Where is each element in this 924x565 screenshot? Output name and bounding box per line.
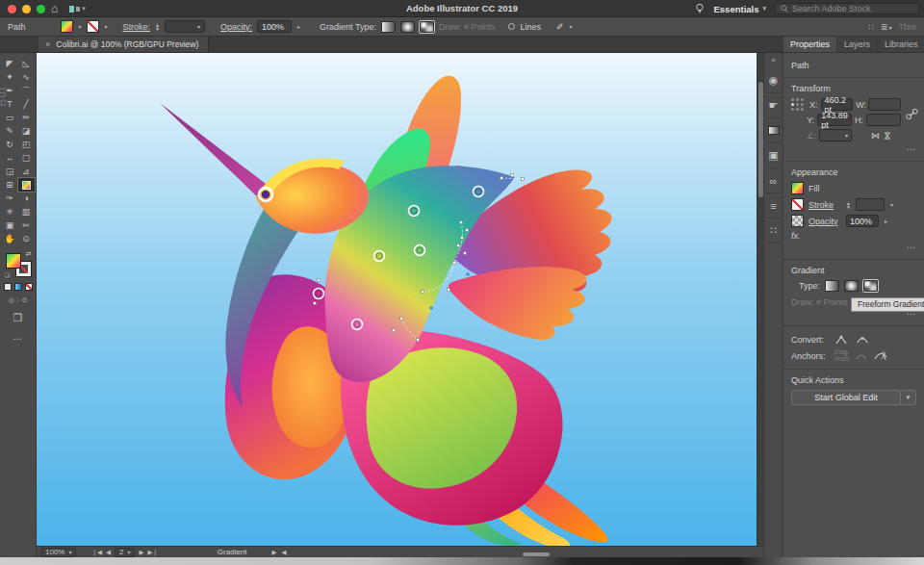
- appearance-more-options-icon[interactable]: ⋯: [791, 243, 916, 252]
- tool-pen[interactable]: ✒: [2, 84, 18, 97]
- draw-normal-icon[interactable]: ◎: [8, 296, 13, 304]
- start-global-edit-button[interactable]: Start Global Edit: [791, 390, 901, 405]
- first-artboard-button[interactable]: ❘◀: [91, 549, 101, 556]
- zoom-level-select[interactable]: 100%▾: [40, 548, 76, 557]
- tool-paintbrush[interactable]: ✏: [18, 111, 35, 124]
- draw-behind-icon[interactable]: ◌: [16, 296, 20, 304]
- chevron-down-icon[interactable]: ▾: [890, 201, 893, 208]
- stroke-weight-field[interactable]: ▾: [165, 20, 205, 33]
- tool-eraser[interactable]: ◪: [18, 124, 35, 138]
- x-field[interactable]: 460.2 pt: [821, 98, 854, 111]
- tool-shape-builder[interactable]: ◲: [2, 165, 18, 178]
- stroke-swatch[interactable]: [87, 20, 99, 33]
- tool-column-graph[interactable]: ▥: [18, 205, 35, 218]
- close-window-button[interactable]: [8, 5, 16, 13]
- default-fill-stroke-icon[interactable]: ❏: [5, 271, 10, 278]
- vertical-scrollbar-thumb[interactable]: [758, 82, 763, 197]
- chevron-right-icon[interactable]: ▸: [885, 218, 887, 224]
- transform-more-options-icon[interactable]: ⋯: [791, 144, 916, 154]
- tool-gradient[interactable]: [18, 178, 35, 192]
- tool-artboard[interactable]: ▣: [2, 218, 18, 232]
- next-artboard-button[interactable]: ▶: [139, 549, 143, 556]
- transform-panel-panel-icon[interactable]: ∷: [763, 218, 783, 244]
- app-switcher-icon[interactable]: ▾: [69, 5, 86, 13]
- draw-inside-icon[interactable]: ⊙: [22, 296, 28, 304]
- stroke-weight-stepper[interactable]: ▲▼: [846, 201, 851, 209]
- stroke-link[interactable]: Stroke: [808, 200, 841, 210]
- canvas[interactable]: [37, 53, 757, 546]
- tool-eyedropper[interactable]: ✑: [2, 192, 18, 205]
- tool-scale[interactable]: ◰: [18, 138, 35, 151]
- lightbulb-icon[interactable]: [695, 3, 705, 14]
- tool-width[interactable]: ↔: [2, 151, 18, 165]
- artboards-panel-icon[interactable]: ▣: [763, 143, 783, 168]
- swap-fill-stroke-icon[interactable]: ⇄: [26, 250, 32, 258]
- tool-free-transform[interactable]: ▢: [18, 151, 35, 165]
- search-input[interactable]: Search Adobe Stock: [775, 3, 919, 14]
- linear-gradient-button[interactable]: [381, 21, 396, 33]
- chevron-down-icon[interactable]: ▾: [570, 23, 573, 30]
- edit-toolbar-icon[interactable]: ⋯: [13, 334, 23, 344]
- stroke-weight-label[interactable]: Stroke:: [123, 22, 151, 32]
- stroke-stepper[interactable]: ▲▼: [155, 23, 160, 31]
- tool-mesh[interactable]: ⊞: [2, 178, 18, 192]
- tool-curvature[interactable]: ⌒: [18, 84, 35, 97]
- tool-magic-wand[interactable]: ✦: [2, 70, 18, 84]
- color-panel-icon[interactable]: ◉: [763, 68, 783, 93]
- links-panel-icon[interactable]: ∞: [763, 168, 783, 193]
- gradient-annotator-icon[interactable]: ✐: [556, 22, 564, 32]
- color-mode-button[interactable]: [4, 283, 12, 291]
- lines-radio[interactable]: [508, 23, 515, 30]
- convert-to-smooth-icon[interactable]: [856, 334, 869, 346]
- reference-point-locator[interactable]: [791, 98, 804, 111]
- tab-properties[interactable]: Properties: [783, 37, 837, 52]
- document-tab[interactable]: × Colibri.ai @ 100% (RGB/GPU Preview): [38, 37, 209, 52]
- h-field[interactable]: [866, 114, 901, 126]
- tool-rectangle[interactable]: ▭: [2, 111, 18, 124]
- tool-perspective-grid[interactable]: ⊿: [18, 165, 35, 178]
- rotate-angle-field[interactable]: ▾: [819, 129, 852, 141]
- cut-path-icon[interactable]: [873, 349, 888, 362]
- previous-artboard-button[interactable]: ◀: [106, 549, 111, 556]
- opacity-label[interactable]: Opacity:: [220, 22, 252, 32]
- tab-layers[interactable]: Layers: [837, 37, 878, 52]
- close-tab-icon[interactable]: ×: [45, 39, 50, 49]
- home-icon[interactable]: ⌂: [51, 0, 58, 17]
- collapse-dock-icon[interactable]: «: [771, 56, 775, 64]
- artboard[interactable]: [37, 53, 757, 546]
- tool-hand[interactable]: ✋: [2, 232, 18, 245]
- chevron-down-icon[interactable]: ▾: [79, 23, 82, 30]
- chevron-right-icon[interactable]: ▸: [297, 23, 300, 30]
- horizontal-scrollbar-thumb[interactable]: [523, 552, 550, 556]
- gradient-mode-button[interactable]: [14, 283, 22, 291]
- panel-freeform-gradient-button[interactable]: [863, 280, 878, 292]
- appearance-fill-swatch[interactable]: [791, 182, 804, 194]
- tab-libraries[interactable]: Libraries: [878, 37, 924, 52]
- radial-gradient-button[interactable]: [400, 21, 415, 33]
- constrain-proportions-icon[interactable]: [906, 108, 918, 122]
- artboard-number-select[interactable]: 2▾: [115, 548, 135, 557]
- fill-indicator[interactable]: [6, 253, 21, 269]
- vertical-scrollbar[interactable]: [757, 53, 763, 546]
- tool-symbol-sprayer[interactable]: ✳: [2, 205, 18, 218]
- gradient-panel-panel-icon[interactable]: [763, 118, 783, 143]
- status-panel-arrow-left[interactable]: ◀: [282, 549, 287, 556]
- opacity-link[interactable]: Opacity: [808, 217, 841, 226]
- none-mode-button[interactable]: [25, 283, 33, 291]
- convert-to-corner-icon[interactable]: [834, 334, 848, 346]
- global-edit-options-chevron[interactable]: ▼: [901, 390, 916, 405]
- align-options-icon[interactable]: ∷: [868, 22, 874, 32]
- flip-horizontal-icon[interactable]: ⋈: [871, 131, 880, 141]
- workspace-switcher[interactable]: Essentials▾: [713, 4, 766, 14]
- w-field[interactable]: [868, 98, 901, 111]
- appearance-opacity-field[interactable]: 100%: [846, 215, 879, 227]
- tool-pencil[interactable]: ✎: [2, 124, 18, 138]
- tool-direct-selection[interactable]: ◺: [18, 57, 35, 70]
- fill-swatch[interactable]: [61, 20, 73, 33]
- tool-zoom[interactable]: ⊙: [18, 232, 35, 245]
- tool-type[interactable]: T: [2, 97, 18, 111]
- fill-stroke-indicator[interactable]: ⇄ ❏: [6, 253, 31, 276]
- stroke-weight-value-field[interactable]: [856, 198, 885, 211]
- y-field[interactable]: 143.89 pt: [817, 114, 852, 126]
- freeform-gradient-button[interactable]: [420, 21, 434, 33]
